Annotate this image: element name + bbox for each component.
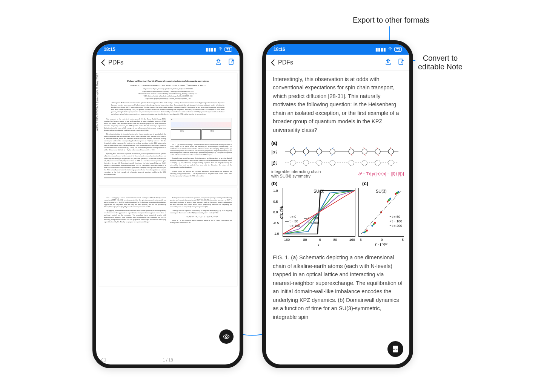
share-icon — [215, 58, 222, 66]
nav-title: PDFs — [108, 59, 123, 66]
home-indicator — [101, 358, 106, 362]
ket-alpha: |α⟩ — [271, 149, 277, 155]
svg-point-2 — [226, 336, 227, 338]
p2-col2-p1: To implement the domain-wall dynamics, w… — [170, 197, 232, 208]
affil-1: ¹Department of Physics, University of Ca… — [104, 88, 232, 90]
svg-point-32 — [366, 230, 368, 231]
plot-c-title: SU(3) — [376, 189, 387, 193]
battery-icon: 73 — [224, 47, 232, 52]
svg-point-17 — [330, 160, 335, 165]
status-icons-r: ▮▮▮▮ 73 — [375, 47, 402, 52]
svg-point-33 — [374, 222, 376, 224]
plot-b-title: SU(3) — [314, 189, 324, 193]
convert-button-r[interactable] — [397, 58, 405, 67]
phone-pdf-view: 18:15 ▮▮▮▮ 73 PDFs arXiv:2205.02853v1 [q… — [92, 40, 243, 368]
p2-formula: H_SU(3) = Σ S_i · S_{i+1} + (S_i · S_{i+… — [170, 216, 232, 218]
svg-point-5 — [290, 149, 295, 154]
svg-point-23 — [371, 225, 373, 227]
pdf-icon: PDF — [391, 345, 400, 354]
col2-p1: Seminal recent work has made elegant pro… — [170, 157, 232, 168]
spin-chain-beta — [280, 158, 404, 168]
plot-b-yticks: 1.0 0.5 0.0 -0.5 -1.0 — [273, 188, 279, 236]
status-time-r: 18:16 — [274, 47, 285, 52]
plot-c-curves — [359, 188, 404, 236]
svg-point-16 — [317, 160, 322, 165]
convert-button[interactable] — [227, 58, 235, 67]
status-bar: 18:15 ▮▮▮▮ 73 — [96, 44, 240, 55]
svg-point-6 — [303, 149, 309, 154]
status-bar-r: 18:16 ▮▮▮▮ 73 — [266, 44, 409, 55]
svg-point-20 — [375, 160, 380, 165]
p2-col2-p2: Although we will explore a wide variety … — [170, 210, 232, 214]
svg-point-36 — [395, 193, 397, 195]
svg-point-30 — [388, 199, 390, 201]
fig1-caption: FIG. 1. (a) Schematic depicting a one-di… — [170, 144, 232, 156]
svg-point-28 — [373, 224, 375, 225]
plot-c-xlabel: r · t⁻²/³ — [375, 242, 387, 247]
view-fab[interactable] — [219, 329, 234, 344]
plot-b-legend-right: — t = 150 — t = 200 — [304, 216, 319, 225]
panel-c-label: (c) — [362, 181, 368, 186]
annotation-convert-l1: Convert to — [423, 54, 458, 62]
paper-authors: Bingtian Ye,¹,²,* Francisco Machado,¹,³,… — [104, 84, 232, 87]
svg-point-8 — [330, 149, 335, 154]
formula: 𝒫 = Tr[ρ(|α⟩⟨α| − |β⟩⟨β|)] — [358, 171, 404, 177]
annotation-export: Export to other formats — [353, 16, 429, 24]
wifi-icon — [218, 47, 223, 52]
note-convert-icon — [227, 58, 235, 66]
phone-note-view: 18:16 ▮▮▮▮ 73 PDFs Interestingly, this o… — [262, 40, 413, 368]
plot-b-xlabel: r — [318, 242, 320, 247]
eye-icon — [223, 333, 230, 340]
note-convert-icon-r — [397, 58, 405, 66]
svg-point-9 — [349, 149, 354, 154]
annotation-convert: Convert to editable Note — [418, 54, 463, 71]
nav-bar: PDFs — [96, 55, 240, 70]
svg-point-14 — [290, 160, 295, 165]
svg-point-19 — [362, 160, 367, 165]
page-counter: 1 / 19 — [163, 358, 173, 362]
plot-c: SU(3) • t = 50 • t = 100 • t = 200 -5 — [358, 188, 404, 237]
pdf-content[interactable]: arXiv:2205.02853v1 [quant-ph] 5 May 2022… — [96, 70, 240, 364]
affil-4: ⁴JILA, National Institute of Standards a… — [104, 95, 232, 97]
pdf-fab[interactable]: PDF — [387, 341, 403, 357]
panel-b-label: (b) — [271, 181, 278, 186]
note-content[interactable]: Interestingly, this observation is at od… — [266, 70, 409, 364]
signal-icon-r: ▮▮▮▮ — [375, 47, 386, 52]
article-paragraph: Interestingly, this observation is at od… — [266, 70, 409, 139]
export-button[interactable] — [215, 58, 222, 67]
spin-chain-alpha — [280, 147, 404, 156]
affil-3: ³Materials Sciences Division, Lawrence B… — [104, 93, 232, 95]
panel-a-label: (a) — [271, 140, 404, 146]
status-icons: ▮▮▮▮ 73 — [206, 47, 232, 52]
col2-p2: In this Letter, we present an extensive … — [170, 170, 232, 177]
p2-col1-p1: class. Leveraging a novel tensor-network… — [104, 197, 166, 208]
nav-back-button-r[interactable]: PDFs — [271, 59, 293, 66]
pdf-page-2: class. Leveraging a novel tensor-network… — [98, 188, 237, 286]
svg-point-15 — [303, 160, 309, 165]
share-icon-r — [384, 58, 392, 66]
ket-beta: |β⟩ — [271, 160, 277, 166]
chevron-left-icon-r — [271, 59, 275, 66]
plot-b: SU(3) q(r, t)/μ 1.0 0.5 0.0 -0.5 -1.0 — [283, 188, 355, 237]
svg-text:PDF: PDF — [393, 348, 398, 351]
svg-point-25 — [389, 198, 391, 200]
status-time: 18:15 — [104, 47, 115, 52]
figure-1: (a) |α⟩ — [266, 139, 409, 238]
figure-caption: FIG. 1. (a) Schematic depicting a one di… — [266, 238, 409, 326]
svg-point-34 — [380, 211, 382, 213]
svg-point-12 — [388, 149, 394, 154]
affil-5: ⁵Department of Physics, University of Co… — [104, 98, 232, 100]
paper-title: Universal Kardar-Parisi-Zhang dynamics i… — [104, 80, 232, 83]
svg-point-11 — [375, 149, 380, 154]
chain-label: integrable interacting chain with SU(N) … — [271, 169, 321, 178]
export-button-r[interactable] — [384, 58, 392, 67]
nav-back-button[interactable]: PDFs — [101, 59, 123, 66]
annotation-convert-l2: editable Note — [418, 63, 463, 71]
plot-b-xticks: -160 -80 0 80 160 — [283, 238, 355, 242]
abstract: Although the Bethe ansatz solution of th… — [111, 102, 224, 115]
battery-icon-r: 73 — [394, 47, 402, 52]
affil-2: ²Department of Physics, Harvard Universi… — [104, 90, 232, 92]
col1-p1: First proposed in the context of surface… — [104, 118, 166, 132]
svg-point-7 — [317, 149, 322, 154]
wifi-icon-r — [387, 47, 393, 52]
